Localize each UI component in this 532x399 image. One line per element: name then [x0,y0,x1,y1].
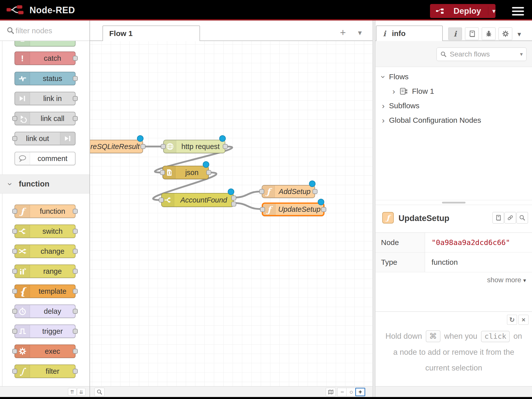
zoom-in-button[interactable]: + [355,388,365,396]
search-flows-box[interactable]: ▾ [436,48,526,61]
palette-node-link-out[interactable]: link out [14,132,76,145]
output-port-2[interactable] [231,202,236,206]
output-port[interactable] [321,207,326,212]
palette-node-delay[interactable]: delay [14,304,76,318]
chevron-right-icon[interactable]: › [390,87,398,96]
output-port[interactable] [73,56,78,61]
output-port[interactable] [73,369,78,374]
sidebar-tabs-chevron-icon[interactable]: ▾ [518,30,521,38]
info-panel-splitter[interactable] [376,200,532,205]
node-find-button[interactable] [516,212,528,224]
output-port[interactable] [73,96,78,101]
debug-tab-button[interactable] [482,28,496,40]
output-port[interactable] [312,189,318,194]
collapse-all-button[interactable]: ⇈ [68,388,76,396]
input-port[interactable] [12,349,17,354]
tree-item-global-configuration-nodes[interactable]: › Global Configuration Nodes [376,113,532,128]
show-more-link[interactable]: show more ▾ [487,276,526,284]
drag-handle[interactable] [442,202,466,204]
input-port[interactable] [12,289,17,294]
config-tab-button[interactable] [498,28,512,40]
input-port[interactable] [160,170,165,175]
input-port[interactable] [259,189,264,194]
palette-node-complete[interactable] [14,41,76,46]
expand-all-button[interactable]: ⇊ [77,388,86,396]
wire[interactable] [234,203,261,209]
deploy-options-chevron-icon[interactable]: ▾ [492,7,496,15]
output-port[interactable] [223,144,228,149]
palette-category-function[interactable]: › function [0,174,90,194]
palette-node-filter[interactable]: ∫ filter [14,364,76,378]
output-port[interactable] [73,229,78,234]
flow-list-chevron-icon[interactable]: ▾ [358,29,362,36]
palette-node-catch[interactable]: ! catch [14,52,76,65]
output-port[interactable] [140,144,146,149]
output-port[interactable] [73,249,78,254]
palette-node-trigger[interactable]: trigger [14,324,76,338]
chevron-down-icon[interactable]: › [379,73,388,80]
palette-node-range[interactable]: range [14,264,76,278]
palette-scrollbar[interactable] [2,41,2,386]
flow-node-UpdateSetup-selected[interactable]: ƒ UpdateSetup [262,202,324,216]
node-help-button[interactable] [492,212,504,224]
input-port[interactable] [12,329,17,334]
palette-node-switch[interactable]: switch [14,224,76,238]
chevron-right-icon[interactable]: › [380,101,387,110]
flow-node-AccountFound[interactable]: AccountFound [161,193,234,207]
palette-filter-input[interactable] [16,25,83,36]
search-flows-input[interactable] [450,50,520,58]
input-port[interactable] [12,209,17,214]
palette-scroll-area[interactable]: ! catch status link in link call [0,41,90,386]
input-port[interactable] [12,309,17,314]
tree-item-flows[interactable]: › Flows [376,70,532,84]
palette-node-change[interactable]: change [14,244,76,258]
sidebar-splitter[interactable] [372,20,376,399]
flow-node-AddSetup[interactable]: ƒ AddSetup [262,185,315,198]
node-links-button[interactable] [504,212,516,224]
output-port[interactable] [73,269,78,274]
output-port[interactable] [206,170,211,175]
navigator-map-button[interactable] [326,388,336,396]
add-flow-button[interactable]: + [340,28,346,38]
tab-flow-1[interactable]: Flow 1 [102,26,200,41]
palette-node-function[interactable]: ƒ function [14,204,76,218]
output-port-1[interactable] [231,196,236,200]
input-port[interactable] [159,198,164,202]
flow-node-reSQLiteResult[interactable]: ƒ reSQLiteResult [90,140,143,153]
zoom-out-button[interactable]: − [337,388,347,396]
flow-workspace[interactable]: ƒ reSQLiteResult http request json [90,41,372,386]
output-port[interactable] [73,76,78,81]
input-port[interactable] [12,116,17,121]
input-port[interactable] [161,144,166,149]
palette-node-link-in[interactable]: link in [14,92,76,105]
input-port[interactable] [12,136,17,141]
input-port[interactable] [12,229,17,234]
palette-node-exec[interactable]: exec [14,344,76,358]
search-flows-button[interactable] [94,388,104,396]
flow-node-http-request[interactable]: http request [163,140,225,153]
output-port[interactable] [73,209,78,214]
wire[interactable] [234,192,261,198]
tree-item-subflows[interactable]: › Subflows [376,98,532,113]
output-port[interactable] [73,349,78,354]
palette-node-link-call[interactable]: link call [14,112,76,125]
palette-node-comment[interactable]: comment [14,152,76,165]
search-options-chevron-icon[interactable]: ▾ [520,51,523,58]
input-port[interactable] [12,269,17,274]
tab-info[interactable]: i info [376,26,443,41]
zoom-reset-button[interactable]: ○ [346,388,356,396]
output-port[interactable] [73,329,78,334]
output-port[interactable] [73,309,78,314]
input-port[interactable] [12,249,17,254]
tree-item-flow-1[interactable]: › Flow 1 [376,84,532,98]
chevron-right-icon[interactable]: › [380,116,387,125]
output-port[interactable] [73,289,78,294]
output-port[interactable] [73,116,78,121]
input-port[interactable] [260,207,265,212]
flow-node-json[interactable]: json [162,166,209,179]
info-tab-button[interactable]: i [448,28,462,40]
input-port[interactable] [12,369,17,374]
main-menu-button[interactable] [512,7,524,16]
close-tips-button[interactable]: × [518,315,528,325]
deploy-button[interactable]: Deploy ▾ [430,4,496,18]
